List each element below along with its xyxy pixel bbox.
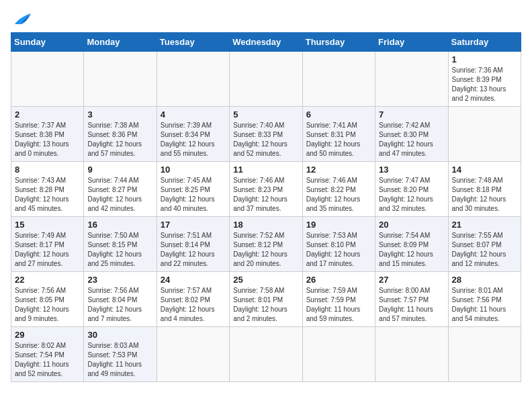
- day-number: 15: [15, 220, 80, 230]
- calendar-week-0: 1Sunrise: 7:36 AMSunset: 8:39 PMDaylight…: [11, 52, 521, 107]
- day-number: 28: [452, 275, 517, 285]
- day-detail: Sunrise: 7:56 AMSunset: 8:05 PMDaylight:…: [15, 286, 80, 324]
- day-detail: Sunrise: 8:01 AMSunset: 7:56 PMDaylight:…: [452, 286, 517, 324]
- calendar-cell: 18Sunrise: 7:52 AMSunset: 8:12 PMDayligh…: [230, 217, 302, 272]
- day-detail: Sunrise: 7:46 AMSunset: 8:22 PMDaylight:…: [306, 176, 371, 214]
- day-detail: Sunrise: 7:43 AMSunset: 8:28 PMDaylight:…: [15, 176, 80, 214]
- calendar-cell: 12Sunrise: 7:46 AMSunset: 8:22 PMDayligh…: [302, 162, 375, 217]
- calendar-cell: 14Sunrise: 7:48 AMSunset: 8:18 PMDayligh…: [448, 162, 521, 217]
- calendar-cell: 7Sunrise: 7:42 AMSunset: 8:30 PMDaylight…: [375, 107, 448, 162]
- calendar-cell: 24Sunrise: 7:57 AMSunset: 8:02 PMDayligh…: [157, 272, 229, 327]
- day-number: 10: [161, 165, 226, 175]
- day-number: 8: [15, 165, 80, 175]
- day-number: 2: [15, 109, 80, 120]
- calendar-cell: 10Sunrise: 7:45 AMSunset: 8:25 PMDayligh…: [157, 162, 229, 217]
- day-detail: Sunrise: 7:39 AMSunset: 8:34 PMDaylight:…: [161, 121, 226, 158]
- day-detail: Sunrise: 7:49 AMSunset: 8:17 PMDaylight:…: [15, 231, 80, 269]
- day-detail: Sunrise: 7:50 AMSunset: 8:15 PMDaylight:…: [87, 231, 152, 269]
- calendar-cell: 8Sunrise: 7:43 AMSunset: 8:28 PMDaylight…: [11, 162, 84, 217]
- header-sunday: Sunday: [11, 33, 84, 52]
- day-number: 26: [306, 275, 371, 285]
- calendar-cell: 15Sunrise: 7:49 AMSunset: 8:17 PMDayligh…: [11, 217, 84, 272]
- day-number: 12: [306, 165, 371, 175]
- day-number: 9: [87, 165, 152, 175]
- day-detail: Sunrise: 8:02 AMSunset: 7:54 PMDaylight:…: [15, 341, 80, 379]
- calendar-week-5: 29Sunrise: 8:02 AMSunset: 7:54 PMDayligh…: [11, 327, 521, 382]
- header-monday: Monday: [84, 33, 157, 52]
- logo: [11, 11, 31, 27]
- calendar-cell: [157, 327, 229, 382]
- day-detail: Sunrise: 7:41 AMSunset: 8:31 PMDaylight:…: [306, 121, 371, 158]
- day-number: 16: [87, 220, 152, 230]
- calendar-cell: 1Sunrise: 7:36 AMSunset: 8:39 PMDaylight…: [448, 52, 521, 107]
- calendar-cell: 13Sunrise: 7:47 AMSunset: 8:20 PMDayligh…: [375, 162, 448, 217]
- calendar-cell: [11, 52, 84, 107]
- calendar-week-3: 15Sunrise: 7:49 AMSunset: 8:17 PMDayligh…: [11, 217, 521, 272]
- calendar-cell: 25Sunrise: 7:58 AMSunset: 8:01 PMDayligh…: [230, 272, 302, 327]
- day-number: 25: [233, 275, 298, 285]
- day-detail: Sunrise: 7:40 AMSunset: 8:33 PMDaylight:…: [233, 121, 298, 158]
- day-detail: Sunrise: 7:53 AMSunset: 8:10 PMDaylight:…: [306, 231, 371, 269]
- calendar-cell: [230, 52, 302, 107]
- day-detail: Sunrise: 7:55 AMSunset: 8:07 PMDaylight:…: [452, 231, 517, 269]
- calendar-cell: 11Sunrise: 7:46 AMSunset: 8:23 PMDayligh…: [230, 162, 302, 217]
- calendar-cell: [84, 52, 157, 107]
- day-detail: Sunrise: 8:03 AMSunset: 7:53 PMDaylight:…: [87, 341, 152, 379]
- day-number: 13: [379, 165, 444, 175]
- calendar-cell: [302, 52, 375, 107]
- calendar-header-row: SundayMondayTuesdayWednesdayThursdayFrid…: [11, 33, 521, 52]
- calendar-cell: 2Sunrise: 7:37 AMSunset: 8:38 PMDaylight…: [11, 107, 84, 162]
- calendar-cell: 27Sunrise: 8:00 AMSunset: 7:57 PMDayligh…: [375, 272, 448, 327]
- day-detail: Sunrise: 7:58 AMSunset: 8:01 PMDaylight:…: [233, 286, 298, 324]
- calendar-week-2: 8Sunrise: 7:43 AMSunset: 8:28 PMDaylight…: [11, 162, 521, 217]
- calendar-cell: [448, 107, 521, 162]
- calendar-cell: 16Sunrise: 7:50 AMSunset: 8:15 PMDayligh…: [84, 217, 157, 272]
- calendar-cell: 21Sunrise: 7:55 AMSunset: 8:07 PMDayligh…: [448, 217, 521, 272]
- calendar-cell: [375, 327, 448, 382]
- day-number: 29: [15, 330, 80, 340]
- day-detail: Sunrise: 7:59 AMSunset: 7:59 PMDaylight:…: [306, 286, 371, 324]
- calendar-cell: 3Sunrise: 7:38 AMSunset: 8:36 PMDaylight…: [84, 107, 157, 162]
- calendar-cell: 5Sunrise: 7:40 AMSunset: 8:33 PMDaylight…: [230, 107, 302, 162]
- calendar-cell: 26Sunrise: 7:59 AMSunset: 7:59 PMDayligh…: [302, 272, 375, 327]
- day-number: 30: [87, 330, 152, 340]
- calendar-week-4: 22Sunrise: 7:56 AMSunset: 8:05 PMDayligh…: [11, 272, 521, 327]
- calendar-table: SundayMondayTuesdayWednesdayThursdayFrid…: [11, 32, 521, 382]
- day-detail: Sunrise: 7:45 AMSunset: 8:25 PMDaylight:…: [161, 176, 226, 214]
- day-number: 24: [161, 275, 226, 285]
- calendar-cell: 17Sunrise: 7:51 AMSunset: 8:14 PMDayligh…: [157, 217, 229, 272]
- day-detail: Sunrise: 7:57 AMSunset: 8:02 PMDaylight:…: [161, 286, 226, 324]
- day-number: 18: [233, 220, 298, 230]
- calendar-cell: 9Sunrise: 7:44 AMSunset: 8:27 PMDaylight…: [84, 162, 157, 217]
- calendar-cell: 4Sunrise: 7:39 AMSunset: 8:34 PMDaylight…: [157, 107, 229, 162]
- calendar-cell: 28Sunrise: 8:01 AMSunset: 7:56 PMDayligh…: [448, 272, 521, 327]
- page-header: [11, 11, 521, 27]
- day-detail: Sunrise: 7:46 AMSunset: 8:23 PMDaylight:…: [233, 176, 298, 214]
- logo-bird-icon: [12, 11, 31, 27]
- day-detail: Sunrise: 7:38 AMSunset: 8:36 PMDaylight:…: [87, 121, 152, 158]
- day-detail: Sunrise: 7:36 AMSunset: 8:39 PMDaylight:…: [452, 66, 517, 103]
- day-number: 19: [306, 220, 371, 230]
- day-number: 3: [87, 109, 152, 120]
- day-number: 1: [452, 54, 517, 64]
- day-detail: Sunrise: 7:54 AMSunset: 8:09 PMDaylight:…: [379, 231, 444, 269]
- day-number: 27: [379, 275, 444, 285]
- day-detail: Sunrise: 7:52 AMSunset: 8:12 PMDaylight:…: [233, 231, 298, 269]
- calendar-cell: 30Sunrise: 8:03 AMSunset: 7:53 PMDayligh…: [84, 327, 157, 382]
- header-saturday: Saturday: [448, 33, 521, 52]
- day-detail: Sunrise: 7:37 AMSunset: 8:38 PMDaylight:…: [15, 121, 80, 158]
- day-number: 21: [452, 220, 517, 230]
- day-detail: Sunrise: 7:47 AMSunset: 8:20 PMDaylight:…: [379, 176, 444, 214]
- header-tuesday: Tuesday: [157, 33, 229, 52]
- calendar-cell: [230, 327, 302, 382]
- header-friday: Friday: [375, 33, 448, 52]
- calendar-cell: 23Sunrise: 7:56 AMSunset: 8:04 PMDayligh…: [84, 272, 157, 327]
- calendar-cell: 20Sunrise: 7:54 AMSunset: 8:09 PMDayligh…: [375, 217, 448, 272]
- day-detail: Sunrise: 7:44 AMSunset: 8:27 PMDaylight:…: [87, 176, 152, 214]
- calendar-cell: [302, 327, 375, 382]
- day-number: 23: [87, 275, 152, 285]
- calendar-cell: 29Sunrise: 8:02 AMSunset: 7:54 PMDayligh…: [11, 327, 84, 382]
- day-number: 20: [379, 220, 444, 230]
- day-number: 22: [15, 275, 80, 285]
- calendar-cell: 22Sunrise: 7:56 AMSunset: 8:05 PMDayligh…: [11, 272, 84, 327]
